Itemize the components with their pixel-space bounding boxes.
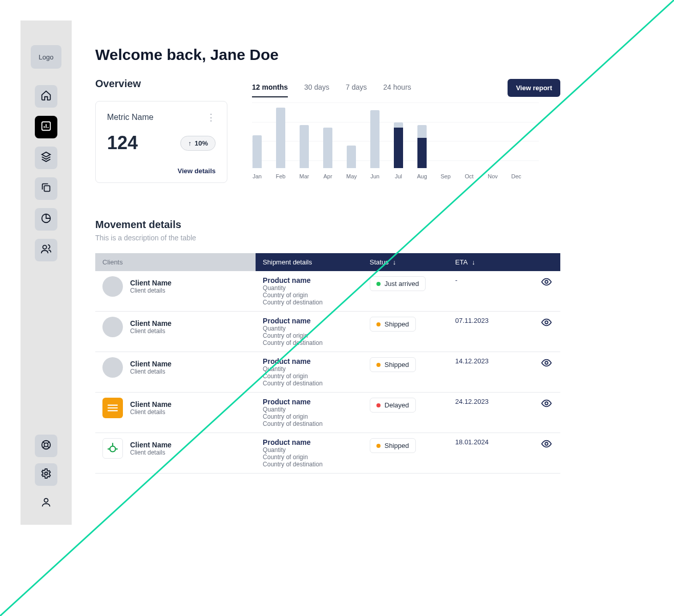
status-badge: Shipped (370, 438, 416, 453)
view-row-button[interactable] (541, 362, 552, 370)
logo: Logo (31, 45, 61, 69)
nav-help[interactable] (35, 435, 57, 457)
sidebar: Logo (20, 20, 72, 525)
view-row-button[interactable] (541, 281, 552, 289)
eye-icon (541, 362, 552, 370)
sort-arrow-icon: ↓ (393, 258, 396, 266)
nav-reports[interactable] (35, 208, 57, 231)
status-badge: Delayed (370, 398, 416, 413)
product-dest: Country of destination (263, 339, 355, 346)
axis-label: Feb (276, 173, 286, 179)
product-qty: Quantity (263, 325, 355, 332)
product-qty: Quantity (263, 365, 355, 373)
view-row-button[interactable] (541, 443, 552, 451)
user-icon (40, 497, 52, 510)
client-name: Client Name (130, 279, 172, 287)
product-dest: Country of destination (263, 380, 355, 387)
chart-bar (323, 128, 333, 168)
eye-icon (541, 443, 552, 451)
chart-bar (276, 108, 286, 168)
movement-title: Movement details (95, 219, 560, 231)
col-status[interactable]: Status↓ (363, 253, 448, 271)
product-name: Product name (263, 357, 355, 365)
product-dest: Country of destination (263, 461, 355, 468)
eta: 14.12.2023 (448, 352, 534, 393)
axis-label: May (346, 173, 356, 179)
status-badge: Just arrived (370, 276, 426, 291)
client-sub: Client details (130, 408, 172, 416)
axis-label: Mar (299, 173, 309, 179)
avatar (102, 276, 123, 297)
bar-chart-icon (40, 120, 52, 134)
axis-label: Jan (252, 173, 262, 179)
tab-24-hours[interactable]: 24 hours (383, 78, 411, 97)
view-report-button[interactable]: View report (508, 79, 560, 97)
tab-7-days[interactable]: 7 days (346, 78, 367, 97)
svg-point-10 (545, 361, 548, 364)
sort-arrow-icon: ↓ (472, 258, 475, 266)
svg-rect-1 (44, 186, 50, 191)
svg-point-11 (545, 402, 548, 405)
chart-bar (299, 125, 309, 168)
svg-point-5 (44, 443, 48, 446)
main-content: Welcome back, Jane Doe Overview Metric N… (72, 20, 584, 549)
nav-profile[interactable] (35, 492, 57, 515)
chart-bar (393, 122, 404, 168)
axis-label: Oct (464, 173, 474, 179)
axis-label: Apr (323, 173, 333, 179)
table-row: Client NameClient detailsProduct nameQua… (95, 433, 560, 474)
lifebuoy-icon (40, 439, 52, 453)
chart-bar (252, 135, 262, 168)
users-icon (40, 243, 52, 257)
chart-bar (346, 146, 356, 168)
client-sub: Client details (130, 449, 172, 456)
nav-settings[interactable] (35, 463, 57, 486)
product-name: Product name (263, 398, 355, 406)
product-origin: Country of origin (263, 292, 355, 299)
pie-chart-icon (40, 213, 52, 226)
client-sub: Client details (130, 327, 172, 335)
nav-layers[interactable] (35, 147, 57, 169)
svg-point-7 (44, 499, 48, 502)
view-row-button[interactable] (541, 403, 552, 410)
table-row: Client NameClient detailsProduct nameQua… (95, 312, 560, 352)
nav-home[interactable] (35, 85, 57, 108)
more-icon[interactable]: ⋮ (206, 112, 216, 123)
tab-30-days[interactable]: 30 days (304, 78, 329, 97)
movement-desc: This is a description of the table (95, 234, 560, 242)
svg-point-9 (545, 321, 548, 324)
col-eta[interactable]: ETA↓ (448, 253, 534, 271)
eta: 07.11.2023 (448, 312, 534, 352)
product-origin: Country of origin (263, 413, 355, 420)
chart-panel: 12 months 30 days 7 days 24 hours View r… (252, 78, 560, 179)
status-badge: Shipped (370, 357, 416, 372)
nav-dashboard[interactable] (35, 116, 57, 138)
client-name: Client Name (130, 360, 172, 368)
view-row-button[interactable] (541, 322, 552, 330)
col-clients[interactable]: Clients (95, 253, 256, 271)
nav-copy[interactable] (35, 177, 57, 200)
gear-icon (40, 468, 52, 481)
product-dest: Country of destination (263, 299, 355, 306)
product-dest: Country of destination (263, 420, 355, 427)
axis-label: Aug (417, 173, 427, 179)
axis-label: Nov (488, 173, 498, 179)
arrow-up-icon: ↑ (188, 139, 192, 147)
client-name: Client Name (130, 400, 172, 408)
tab-12-months[interactable]: 12 months (252, 78, 288, 97)
eta: 18.01.2024 (448, 433, 534, 474)
svg-point-6 (45, 472, 48, 475)
view-details-link[interactable]: View details (178, 167, 216, 175)
eye-icon (541, 281, 552, 289)
col-shipment[interactable]: Shipment details (256, 253, 363, 271)
table-row: Client NameClient detailsProduct nameQua… (95, 393, 560, 433)
client-sub: Client details (130, 287, 172, 294)
table-header-row: Clients Shipment details Status↓ ETA↓ (95, 253, 560, 271)
client-name: Client Name (130, 319, 172, 327)
axis-label: Jul (393, 173, 404, 179)
svg-point-8 (545, 280, 548, 283)
axis-label: Sep (440, 173, 451, 179)
chart-bar (417, 125, 427, 168)
eta: - (448, 271, 534, 312)
nav-users[interactable] (35, 239, 57, 261)
